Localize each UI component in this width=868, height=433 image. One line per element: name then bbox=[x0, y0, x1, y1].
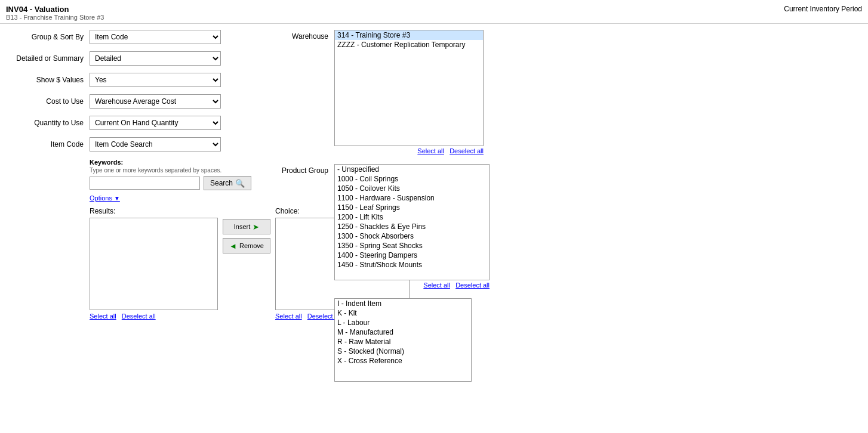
warehouse-select-all-link[interactable]: Select all bbox=[417, 147, 444, 154]
results-area: Results: Select all Deselect all Insert … bbox=[90, 207, 257, 320]
search-button[interactable]: Search 🔍 bbox=[204, 176, 251, 190]
warehouse-listbox[interactable]: 314 - Training Store #3ZZZZ - Customer R… bbox=[334, 30, 484, 146]
left-panel: Group & Sort By Item Code Detailed or Su… bbox=[6, 30, 257, 382]
warehouse-list-item[interactable]: ZZZZ - Customer Replication Temporary bbox=[335, 40, 483, 50]
group-sort-row: Group & Sort By Item Code bbox=[6, 30, 257, 44]
product-group-deselect-all-link[interactable]: Deselect all bbox=[455, 282, 490, 289]
quantity-label: Quantity to Use bbox=[6, 119, 90, 127]
app-subtitle: B13 - Franchise Training Store #3 bbox=[6, 14, 104, 21]
item-code-row: Item Code Item Code Search bbox=[6, 137, 257, 151]
item-type-listbox[interactable]: I - Indent ItemK - KitL - LabourM - Manu… bbox=[334, 298, 472, 382]
header-left: INV04 - Valuation B13 - Franchise Traini… bbox=[6, 5, 104, 21]
item-code-select[interactable]: Item Code Search bbox=[90, 137, 221, 151]
product-group-list-item[interactable]: 1250 - Shackles & Eye Pins bbox=[335, 222, 489, 231]
remove-label: Remove bbox=[239, 242, 264, 249]
options-row: Options ▼ bbox=[90, 194, 257, 202]
item-type-content: I - Indent ItemK - KitL - LabourM - Manu… bbox=[334, 298, 472, 382]
quantity-row: Quantity to Use Current On Hand Quantity bbox=[6, 116, 257, 130]
cost-select[interactable]: Warehouse Average Cost bbox=[90, 94, 221, 109]
search-icon: 🔍 bbox=[235, 179, 245, 188]
warehouse-links: Select all Deselect all bbox=[334, 147, 484, 154]
product-group-list-item[interactable]: 1200 - Lift Kits bbox=[335, 212, 489, 222]
cost-row: Cost to Use Warehouse Average Cost bbox=[6, 94, 257, 109]
product-group-list-item[interactable]: 1000 - Coil Springs bbox=[335, 174, 489, 184]
insert-arrow-icon: ➤ bbox=[253, 222, 259, 231]
product-group-list-item[interactable]: 1300 - Shock Absorbers bbox=[335, 231, 489, 241]
search-button-label: Search bbox=[210, 179, 233, 187]
right-panel: Warehouse 314 - Training Store #3ZZZZ - … bbox=[269, 30, 862, 382]
warehouse-group: Warehouse 314 - Training Store #3ZZZZ - … bbox=[269, 30, 490, 154]
warehouse-list-item[interactable]: 314 - Training Store #3 bbox=[335, 30, 483, 40]
options-link[interactable]: Options ▼ bbox=[90, 194, 120, 202]
product-group-list-item[interactable]: - Unspecified bbox=[335, 165, 489, 174]
header: INV04 - Valuation B13 - Franchise Traini… bbox=[0, 0, 868, 24]
main-content: Group & Sort By Item Code Detailed or Su… bbox=[0, 24, 868, 388]
item-type-list-item[interactable]: S - Stocked (Normal) bbox=[335, 347, 471, 356]
warehouse-label: Warehouse bbox=[269, 30, 328, 154]
product-group-content: - Unspecified1000 - Coil Springs1050 - C… bbox=[334, 164, 490, 289]
item-type-list-item[interactable]: K - Kit bbox=[335, 308, 471, 318]
item-type-list-item[interactable]: X - Cross Reference bbox=[335, 356, 471, 366]
show-values-row: Show $ Values YesNo bbox=[6, 73, 257, 87]
item-type-list-item[interactable]: L - Labour bbox=[335, 318, 471, 327]
product-group-list-item[interactable]: 1050 - Coilover Kits bbox=[335, 184, 489, 193]
insert-button[interactable]: Insert ➤ bbox=[223, 219, 270, 234]
period-label: Current Inventory Period bbox=[784, 5, 862, 13]
remove-arrow-icon: ◄ bbox=[229, 242, 237, 250]
results-listbox[interactable] bbox=[90, 218, 218, 310]
insert-label: Insert bbox=[234, 223, 251, 230]
chevron-down-icon: ▼ bbox=[114, 195, 120, 202]
item-type-group: Item Type I - Indent ItemK - KitL - Labo… bbox=[269, 298, 490, 382]
item-type-list-item[interactable]: I - Indent Item bbox=[335, 299, 471, 308]
right-section: Warehouse 314 - Training Store #3ZZZZ - … bbox=[269, 30, 490, 382]
product-group-list-item[interactable]: 1100 - Hardware - Suspension bbox=[335, 193, 489, 203]
group-sort-label: Group & Sort By bbox=[6, 33, 90, 41]
item-type-list-item[interactable]: R - Raw Material bbox=[335, 337, 471, 347]
product-group-list-item[interactable]: 1400 - Steering Dampers bbox=[335, 250, 489, 260]
results-column: Results: Select all Deselect all bbox=[90, 207, 218, 320]
quantity-select[interactable]: Current On Hand Quantity bbox=[90, 116, 221, 130]
results-deselect-all-link[interactable]: Deselect all bbox=[122, 313, 156, 320]
search-input[interactable] bbox=[90, 177, 200, 190]
keywords-label: Keywords: bbox=[90, 159, 257, 166]
product-group-listbox[interactable]: - Unspecified1000 - Coil Springs1050 - C… bbox=[334, 164, 490, 280]
cost-label: Cost to Use bbox=[6, 97, 90, 106]
group-sort-select[interactable]: Item Code bbox=[90, 30, 221, 44]
keywords-hint: Type one or more keywords separated by s… bbox=[90, 167, 257, 174]
warehouse-deselect-all-link[interactable]: Deselect all bbox=[450, 147, 484, 154]
insert-remove-buttons: Insert ➤ ◄ Remove bbox=[223, 207, 270, 253]
detail-select[interactable]: DetailedSummary bbox=[90, 51, 221, 66]
item-type-list-item[interactable]: M - Manufactured bbox=[335, 327, 471, 337]
product-group-list-item[interactable]: 1450 - Strut/Shock Mounts bbox=[335, 260, 489, 270]
results-label: Results: bbox=[90, 207, 218, 215]
item-type-label: Item Type bbox=[269, 298, 328, 382]
results-select-all-link[interactable]: Select all bbox=[90, 313, 116, 320]
app-title: INV04 - Valuation bbox=[6, 5, 104, 14]
product-group-list-item[interactable]: 1350 - Spring Seat Shocks bbox=[335, 241, 489, 250]
product-group-list-item[interactable]: 1150 - Leaf Springs bbox=[335, 203, 489, 212]
remove-button[interactable]: ◄ Remove bbox=[223, 238, 270, 253]
item-code-section: Keywords: Type one or more keywords sepa… bbox=[6, 159, 257, 320]
search-row: Search 🔍 bbox=[90, 176, 257, 190]
show-values-select[interactable]: YesNo bbox=[90, 73, 221, 87]
item-code-label: Item Code bbox=[6, 140, 90, 149]
show-values-label: Show $ Values bbox=[6, 76, 90, 84]
warehouse-content: 314 - Training Store #3ZZZZ - Customer R… bbox=[334, 30, 484, 154]
product-group-select-all-link[interactable]: Select all bbox=[423, 282, 450, 289]
detail-label: Detailed or Summary bbox=[6, 54, 90, 63]
detail-row: Detailed or Summary DetailedSummary bbox=[6, 51, 257, 66]
results-select-links: Select all Deselect all bbox=[90, 313, 218, 320]
